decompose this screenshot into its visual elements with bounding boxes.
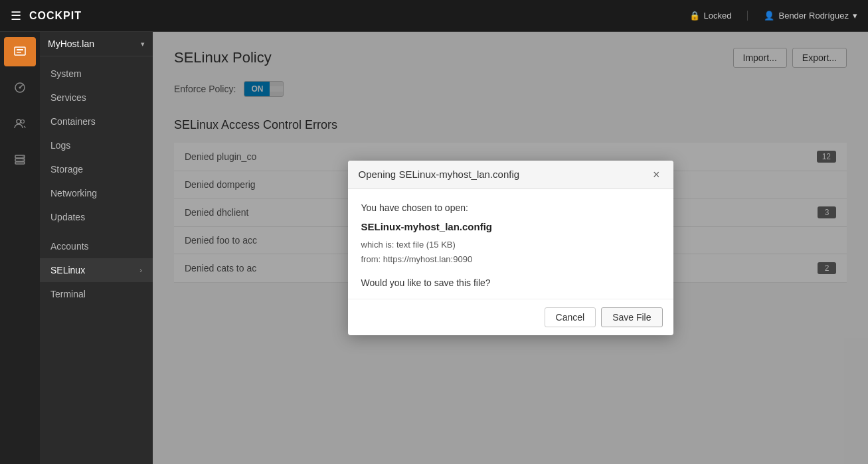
svg-point-11 <box>23 159 24 161</box>
selinux-label: SELinux <box>50 265 85 275</box>
dialog-body: You have chosen to open: SELinux-myhost_… <box>348 189 673 299</box>
sidebar-item-updates[interactable]: Updates <box>40 205 153 229</box>
dialog-filename: SELinux-myhost_lan.config <box>361 221 660 232</box>
sidebar-item-terminal[interactable]: Terminal <box>40 282 153 306</box>
sidebar-icon-storage[interactable] <box>4 145 36 174</box>
terminal-label: Terminal <box>50 289 86 299</box>
locked-status: 🔒 Locked <box>689 11 748 21</box>
host-name: MyHost.lan <box>48 39 141 49</box>
services-label: Services <box>50 92 86 103</box>
sidebar-icon-accounts[interactable] <box>4 109 36 138</box>
host-chevron-icon: ▾ <box>141 40 145 48</box>
svg-point-6 <box>21 120 25 123</box>
topbar-right: 🔒 Locked 👤 Bender Rodríguez ▾ <box>689 11 857 21</box>
right-nav: MyHost.lan ▾ System Services Containers … <box>40 32 153 464</box>
user-icon: 👤 <box>764 11 774 21</box>
hamburger-icon[interactable]: ☰ <box>11 9 21 23</box>
dialog-title: Opening SELinux-myhost_lan.config <box>359 169 650 180</box>
logs-label: Logs <box>50 140 70 151</box>
topbar: ☰ COCKPIT 🔒 Locked 👤 Bender Rodríguez ▾ <box>0 0 868 32</box>
sidebar-item-storage[interactable]: Storage <box>40 157 153 181</box>
dialog-meta: which is: text file (15 KB) from: https:… <box>361 238 660 267</box>
svg-rect-0 <box>15 47 25 55</box>
dialog-close-button[interactable]: × <box>650 169 663 181</box>
selinux-arrow-icon: › <box>139 266 142 274</box>
sidebar-item-services[interactable]: Services <box>40 86 153 110</box>
sidebar-icon-dashboard[interactable] <box>4 73 36 102</box>
user-chevron-icon: ▾ <box>853 11 857 21</box>
system-label: System <box>50 68 82 79</box>
sidebar-item-selinux[interactable]: SELinux › <box>40 258 153 282</box>
svg-rect-1 <box>17 49 23 50</box>
networking-label: Networking <box>50 188 97 198</box>
dialog-header: Opening SELinux-myhost_lan.config × <box>348 161 673 189</box>
containers-label: Containers <box>50 116 96 127</box>
sidebar-item-networking[interactable]: Networking <box>40 181 153 205</box>
svg-point-10 <box>23 156 24 157</box>
dialog-footer: Cancel Save File <box>348 299 673 335</box>
updates-label: Updates <box>50 212 85 222</box>
content-area: SELinux Policy Import... Export... Enfor… <box>153 32 868 464</box>
svg-rect-9 <box>15 162 25 164</box>
user-menu[interactable]: 👤 Bender Rodríguez ▾ <box>764 11 857 21</box>
dialog-from: from: https://myhost.lan:9090 <box>361 252 660 267</box>
storage-label: Storage <box>50 164 83 175</box>
svg-point-5 <box>17 119 21 123</box>
icon-strip <box>0 32 40 464</box>
dialog-which-is: which is: text file (15 KB) <box>361 238 660 252</box>
cancel-button[interactable]: Cancel <box>545 307 596 327</box>
sidebar-item-system[interactable]: System <box>40 62 153 86</box>
brand-logo: COCKPIT <box>29 10 689 22</box>
sidebar-item-containers[interactable]: Containers <box>40 110 153 133</box>
sidebar-icon-host[interactable] <box>4 37 36 66</box>
modal-overlay: Opening SELinux-myhost_lan.config × You … <box>153 32 868 464</box>
save-file-button[interactable]: Save File <box>601 307 662 327</box>
dialog-question: Would you like to save this file? <box>361 277 660 288</box>
user-name: Bender Rodríguez <box>778 11 849 21</box>
accounts-label: Accounts <box>50 241 89 252</box>
sidebar: MyHost.lan ▾ System Services Containers … <box>0 32 153 464</box>
locked-label: Locked <box>704 11 732 21</box>
lock-icon: 🔒 <box>689 11 700 21</box>
svg-point-4 <box>19 87 21 89</box>
host-selector[interactable]: MyHost.lan ▾ <box>40 32 153 56</box>
nav-items: System Services Containers Logs Storage … <box>40 56 153 311</box>
sidebar-item-logs[interactable]: Logs <box>40 133 153 157</box>
file-open-dialog: Opening SELinux-myhost_lan.config × You … <box>348 161 673 335</box>
main-layout: MyHost.lan ▾ System Services Containers … <box>0 32 868 464</box>
svg-rect-2 <box>17 52 21 53</box>
sidebar-item-accounts[interactable]: Accounts <box>40 234 153 258</box>
dialog-intro: You have chosen to open: <box>361 202 660 213</box>
